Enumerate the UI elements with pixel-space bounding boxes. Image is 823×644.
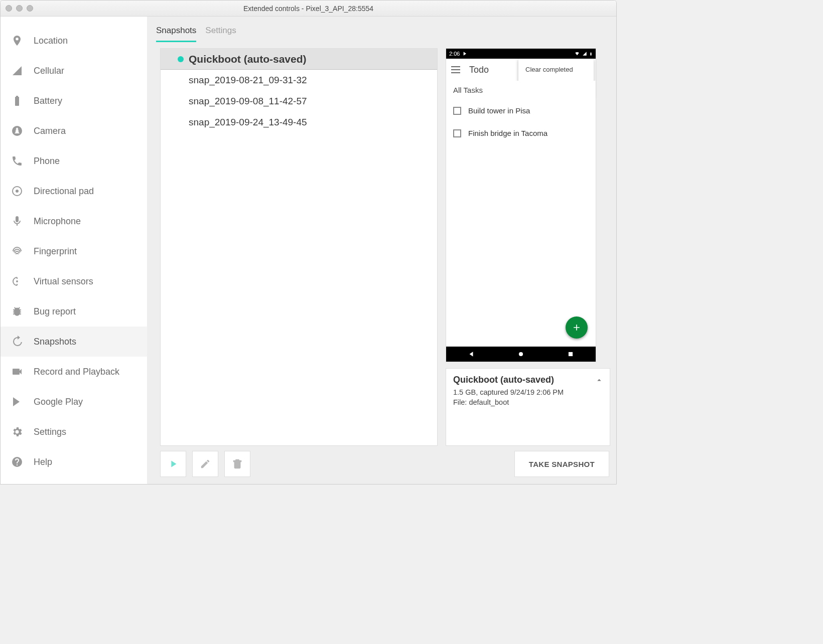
snapshot-list: Quickboot (auto-saved) snap_2019-08-21_0…: [160, 48, 438, 446]
tabs: Snapshots Settings: [147, 17, 616, 42]
android-statusbar: 2:06: [446, 49, 596, 59]
snapshot-row[interactable]: snap_2019-09-24_13-49-45: [161, 112, 437, 133]
snapshot-name: snap_2019-09-08_11-42-57: [189, 96, 307, 107]
sidebar-item-label: Google Play: [34, 397, 83, 407]
battery-status-icon: [589, 51, 593, 57]
wifi-icon: [574, 51, 580, 56]
tab-snapshots[interactable]: Snapshots: [156, 26, 196, 42]
sidebar-item-dpad[interactable]: Directional pad: [1, 176, 147, 206]
pencil-icon: [200, 458, 211, 469]
svg-point-2: [16, 280, 18, 282]
chevron-up-icon: [595, 376, 604, 385]
run-snapshot-button[interactable]: [160, 451, 186, 477]
sidebar-item-label: Phone: [34, 156, 60, 167]
record-icon: [11, 365, 24, 378]
sidebar-item-label: Directional pad: [34, 186, 94, 197]
svg-rect-4: [569, 352, 573, 356]
task-label: Build tower in Pisa: [468, 106, 530, 115]
battery-icon: [11, 94, 24, 107]
maximize-window-button[interactable]: [27, 5, 33, 12]
sidebar-item-label: Settings: [34, 427, 66, 437]
status-dot-icon: [178, 56, 184, 62]
sidebar-item-snapshots[interactable]: Snapshots: [1, 327, 147, 357]
delete-snapshot-button[interactable]: [224, 451, 250, 477]
details-size-date: 1.5 GB, captured 9/24/19 2:06 PM: [453, 387, 603, 397]
app-screen: All Tasks Build tower in Pisa Finish bri…: [446, 81, 596, 347]
sidebar-item-label: Battery: [34, 96, 62, 106]
cellular-icon: [11, 64, 24, 77]
edit-snapshot-button[interactable]: [192, 451, 218, 477]
sidebar-item-label: Record and Playback: [34, 367, 119, 377]
sidebar-item-settings[interactable]: Settings: [1, 417, 147, 447]
sidebar-item-cellular[interactable]: Cellular: [1, 56, 147, 86]
sidebar-item-fingerprint[interactable]: Fingerprint: [1, 236, 147, 266]
checkbox-icon[interactable]: [453, 107, 461, 115]
nav-home-icon[interactable]: [517, 351, 524, 358]
svg-point-1: [16, 190, 19, 193]
nav-back-icon[interactable]: [468, 351, 475, 358]
sidebar-item-label: Location: [34, 36, 68, 46]
googleplay-icon: [11, 395, 24, 408]
signal-icon: [582, 51, 587, 56]
details-file: File: default_boot: [453, 397, 603, 407]
window-controls: [6, 5, 33, 12]
sidebar-item-battery[interactable]: Battery: [1, 86, 147, 116]
app-bar: Todo Clear completed Refresh: [446, 59, 596, 81]
device-preview: 2:06 Todo: [446, 48, 596, 362]
sidebar: Location Cellular Battery Camera: [1, 17, 147, 484]
sidebar-item-camera[interactable]: Camera: [1, 116, 147, 146]
sidebar-item-bug[interactable]: Bug report: [1, 296, 147, 327]
snapshot-details: Quickboot (auto-saved) 1.5 GB, captured …: [446, 368, 610, 446]
task-label: Finish bridge in Tacoma: [468, 129, 547, 137]
snapshot-name: snap_2019-08-21_09-31-32: [189, 75, 307, 86]
sidebar-item-googleplay[interactable]: Google Play: [1, 387, 147, 417]
plus-icon: [572, 323, 582, 333]
trash-icon: [232, 458, 243, 469]
collapse-details-button[interactable]: [595, 376, 604, 387]
nav-recents-icon[interactable]: [567, 351, 574, 358]
snapshot-row-quickboot[interactable]: Quickboot (auto-saved): [161, 49, 437, 70]
app-title: Todo: [469, 65, 489, 75]
sidebar-item-label: Cellular: [34, 66, 64, 76]
tasks-subheader: All Tasks: [446, 81, 596, 99]
fingerprint-icon: [11, 245, 24, 258]
main-panel: Snapshots Settings Quickboot (auto-saved…: [147, 17, 616, 484]
sidebar-item-label: Virtual sensors: [34, 276, 93, 287]
task-row[interactable]: Finish bridge in Tacoma: [446, 122, 596, 144]
sidebar-item-location[interactable]: Location: [1, 26, 147, 56]
action-bar: TAKE SNAPSHOT: [147, 446, 616, 484]
sidebar-item-label: Snapshots: [34, 337, 76, 347]
statusbar-time: 2:06: [449, 51, 460, 57]
titlebar: Extended controls - Pixel_3_API_28:5554: [1, 1, 616, 17]
dpad-icon: [11, 185, 24, 198]
hamburger-icon[interactable]: [451, 66, 460, 73]
minimize-window-button[interactable]: [16, 5, 23, 12]
sidebar-item-phone[interactable]: Phone: [1, 146, 147, 176]
extended-controls-window: Extended controls - Pixel_3_API_28:5554 …: [0, 0, 617, 485]
fab-add-button[interactable]: [566, 316, 588, 339]
sidebar-item-label: Fingerprint: [34, 246, 77, 257]
menu-item-clear-completed[interactable]: Clear completed: [518, 61, 594, 78]
sidebar-item-label: Microphone: [34, 216, 81, 227]
sidebar-item-sensors[interactable]: Virtual sensors: [1, 266, 147, 296]
task-row[interactable]: Build tower in Pisa: [446, 99, 596, 122]
bug-icon: [11, 305, 24, 318]
snapshot-row[interactable]: snap_2019-09-08_11-42-57: [161, 91, 437, 112]
sidebar-item-help[interactable]: Help: [1, 447, 147, 477]
snapshot-row[interactable]: snap_2019-08-21_09-31-32: [161, 70, 437, 91]
snapshot-name: snap_2019-09-24_13-49-45: [189, 117, 307, 128]
svg-point-3: [519, 352, 523, 356]
play-store-notif-icon: [463, 51, 468, 56]
sidebar-item-record[interactable]: Record and Playback: [1, 357, 147, 387]
close-window-button[interactable]: [6, 5, 12, 12]
take-snapshot-button[interactable]: TAKE SNAPSHOT: [514, 451, 609, 477]
tab-settings[interactable]: Settings: [205, 26, 236, 42]
window-title: Extended controls - Pixel_3_API_28:5554: [1, 5, 616, 13]
sidebar-item-label: Help: [34, 457, 52, 467]
details-title: Quickboot (auto-saved): [453, 375, 603, 385]
settings-icon: [11, 425, 24, 438]
sidebar-item-mic[interactable]: Microphone: [1, 206, 147, 236]
camera-icon: [11, 124, 24, 137]
android-navbar: [446, 347, 596, 362]
checkbox-icon[interactable]: [453, 129, 461, 137]
